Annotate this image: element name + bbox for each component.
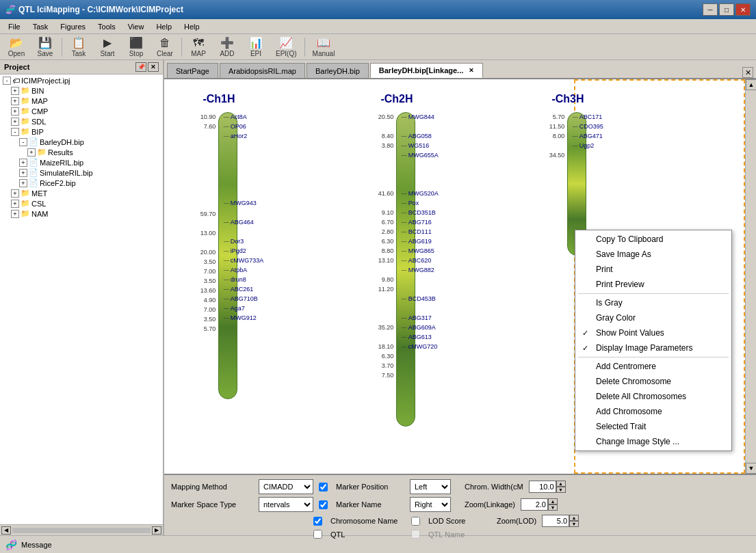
ctx-save-image[interactable]: Save Image As: [575, 247, 731, 262]
tab-startpage[interactable]: StartPage: [167, 63, 218, 78]
tree-expand-icon[interactable]: +: [11, 200, 19, 208]
zoom-lod-input[interactable]: [542, 515, 569, 527]
tree-item-ICIMProject-ipj[interactable]: -🏷ICIMProject.ipj: [1, 76, 161, 85]
scroll-left-button[interactable]: ◀: [1, 526, 11, 535]
qtl-checkbox[interactable]: [313, 530, 322, 539]
zoom-linkage-down[interactable]: ▼: [548, 504, 558, 511]
panel-close-button[interactable]: ✕: [148, 62, 159, 72]
horizontal-scrollbar[interactable]: ◀ ▶: [0, 524, 163, 535]
zoom-lod-down[interactable]: ▼: [569, 521, 579, 527]
tree-item-BarleyDH-bip[interactable]: -📄BarleyDH.bip: [1, 137, 161, 147]
tree-expand-icon[interactable]: +: [11, 107, 19, 116]
menu-tools[interactable]: Tools: [92, 21, 121, 32]
chrom-width-up[interactable]: ▲: [556, 481, 566, 487]
toolbar-task[interactable]: 📋 Task: [65, 36, 92, 59]
mapping-method-select[interactable]: CIMADD: [259, 479, 313, 494]
scroll-track[interactable]: [12, 528, 151, 533]
toolbar-epi[interactable]: 📊 EPI: [242, 36, 270, 59]
zoom-linkage-up[interactable]: ▲: [548, 498, 558, 504]
tree-expand-icon[interactable]: +: [11, 189, 19, 198]
tree-item-CMP[interactable]: +📁CMP: [1, 106, 161, 116]
zoom-lod-up[interactable]: ▲: [569, 515, 579, 521]
panel-pin-button[interactable]: 📌: [135, 62, 146, 72]
menu-figures[interactable]: Figures: [55, 21, 91, 32]
marker-position-select[interactable]: Left Right: [410, 479, 451, 494]
tree-item-CSL[interactable]: +📁CSL: [1, 198, 161, 208]
ctx-show-point-values[interactable]: ✓ Show Point Values: [575, 325, 731, 340]
zoom-linkage-input[interactable]: [521, 498, 548, 511]
tree-expand-icon[interactable]: +: [11, 210, 19, 218]
tree-expand-icon[interactable]: +: [27, 148, 36, 157]
toolbar-epiq[interactable]: 📈 EPI(Q): [271, 36, 302, 59]
scroll-down-button[interactable]: ▼: [746, 463, 756, 474]
ctx-is-gray[interactable]: Is Gray: [575, 295, 731, 310]
tree-item-MAP[interactable]: +📁MAP: [1, 96, 161, 106]
tree-expand-icon[interactable]: +: [19, 169, 27, 177]
tree-item-RiceF2-bip[interactable]: +📄RiceF2.bip: [1, 178, 161, 188]
ctx-change-image-style[interactable]: Change Image Style ...: [575, 434, 731, 449]
tab-barleydh-linkage[interactable]: BarleyDH.bip[Linkage... ✕: [370, 63, 483, 78]
close-button[interactable]: ✕: [735, 3, 751, 16]
toolbar-stop[interactable]: ⬛ Stop: [122, 36, 150, 59]
toolbar-open[interactable]: 📂 Open: [3, 36, 30, 59]
toolbar-save[interactable]: 💾 Save: [31, 36, 59, 59]
lod-score-checkbox[interactable]: [411, 517, 420, 526]
ctx-display-image-params[interactable]: ✓ Display Image Parameters: [575, 340, 731, 355]
minimize-button[interactable]: ─: [703, 3, 718, 16]
tree-item-Results[interactable]: +📁Results: [1, 147, 161, 157]
tree-expand-icon[interactable]: -: [3, 77, 11, 85]
toolbar-add[interactable]: ➕ ADD: [213, 36, 241, 59]
ctx-add-centromere[interactable]: Add Centromere: [575, 359, 731, 374]
ctx-print-preview[interactable]: Print Preview: [575, 277, 731, 292]
menu-help1[interactable]: Help: [151, 21, 177, 32]
tree-expand-icon[interactable]: +: [11, 87, 19, 95]
tab-barleydh[interactable]: BarleyDH.bip: [307, 63, 369, 78]
scroll-up-button[interactable]: ▲: [746, 79, 756, 90]
tree-item-label: SimulateRIL.bip: [40, 169, 93, 177]
toolbar-start[interactable]: ▶ Start: [94, 36, 121, 59]
toolbar-map[interactable]: 🗺 MAP: [185, 36, 212, 59]
restore-button[interactable]: □: [719, 3, 734, 16]
menu-view[interactable]: View: [122, 21, 150, 32]
chromosome-name-checkbox[interactable]: [313, 517, 322, 526]
chrom-width-input[interactable]: [529, 481, 556, 493]
ctx-delete-all-chromosomes[interactable]: Delete All Chromosomes: [575, 389, 731, 404]
tree-expand-icon[interactable]: +: [11, 118, 19, 126]
tree-item-NAM[interactable]: +📁NAM: [1, 208, 161, 219]
marker-position-checkbox[interactable]: [319, 483, 328, 491]
ctx-gray-color[interactable]: Gray Color: [575, 310, 731, 325]
ctx-selected-trait[interactable]: Selected Trait: [575, 419, 731, 434]
tree-item-SDL[interactable]: +📁SDL: [1, 116, 161, 126]
qtl-name-checkbox[interactable]: [411, 530, 420, 539]
ctx-copy-clipboard[interactable]: Copy To Clipboard: [575, 232, 731, 247]
tree-expand-icon[interactable]: +: [11, 97, 19, 105]
scroll-right-button[interactable]: ▶: [152, 526, 161, 535]
marker-space-select[interactable]: ntervals: [259, 497, 313, 512]
ctx-print[interactable]: Print: [575, 262, 731, 277]
ch2h-markers: MWG844 ABG058 WG516 MWG655A MWG520A Pox …: [402, 112, 439, 351]
tree-expand-icon[interactable]: -: [19, 138, 27, 146]
chrom-width-down[interactable]: ▼: [556, 487, 566, 493]
menu-file[interactable]: File: [3, 21, 26, 32]
tab-close-button[interactable]: ✕: [469, 67, 474, 74]
tree-expand-icon[interactable]: -: [11, 128, 19, 136]
tab-arabidopsis[interactable]: ArabidopsisRIL.map: [220, 63, 305, 78]
ctx-delete-chromosome[interactable]: Delete Chromosome: [575, 374, 731, 389]
toolbar-epi-label: EPI: [250, 50, 261, 57]
ctx-add-chromosome[interactable]: Add Chromosome: [575, 404, 731, 419]
tree-item-SimulateRIL-bip[interactable]: +📄SimulateRIL.bip: [1, 167, 161, 178]
toolbar-clear[interactable]: 🗑 Clear: [151, 36, 179, 59]
marker-name-select[interactable]: Right Left: [410, 497, 451, 512]
tree-item-BIP[interactable]: -📁BIP: [1, 126, 161, 137]
menu-task[interactable]: Task: [27, 21, 54, 32]
menu-help2[interactable]: Help: [179, 21, 205, 32]
tree-item-BIN[interactable]: +📁BIN: [1, 85, 161, 96]
tree-item-MET[interactable]: +📁MET: [1, 188, 161, 198]
marker-name-checkbox[interactable]: [319, 500, 328, 509]
tree-item-MaizeRIL-bip[interactable]: +📄MaizeRIL.bip: [1, 157, 161, 167]
tab-close-all-button[interactable]: ✕: [742, 67, 753, 78]
tree-expand-icon[interactable]: +: [19, 159, 27, 167]
toolbar-manual[interactable]: 📖 Manual: [308, 36, 340, 59]
vertical-scrollbar[interactable]: ▲ ▼: [745, 79, 756, 474]
tree-expand-icon[interactable]: +: [19, 179, 27, 187]
